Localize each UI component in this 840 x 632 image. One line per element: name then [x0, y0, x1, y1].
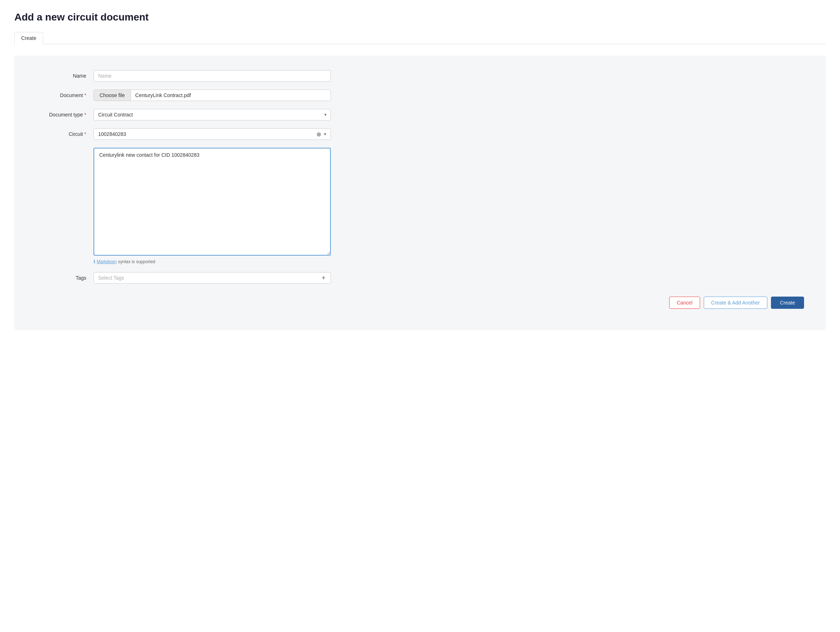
circuit-label: Circuit * — [36, 128, 93, 137]
page-title: Add a new circuit document — [14, 11, 826, 23]
create-add-another-button[interactable]: Create & Add Another — [704, 296, 767, 309]
tags-input[interactable] — [94, 273, 320, 283]
circuit-clear-icon: ⊗ — [316, 131, 321, 138]
circuit-chevron-icon: ▾ — [322, 130, 328, 138]
circuit-row: Circuit * 1002840283 ⊗ ▾ — [36, 128, 804, 140]
document-type-control: Circuit Contract Service Agreement Invoi… — [93, 109, 331, 120]
markdown-hint-text: syntax is supported — [118, 259, 155, 264]
notes-textarea[interactable]: Centurylink new contact for CID 10028402… — [93, 148, 331, 255]
document-required-marker: * — [83, 92, 86, 98]
document-type-select-wrapper: Circuit Contract Service Agreement Invoi… — [93, 109, 331, 120]
name-input[interactable] — [93, 70, 331, 82]
cancel-button[interactable]: Cancel — [669, 296, 700, 309]
notes-container: Centurylink new contact for CID 10028402… — [93, 148, 331, 264]
circuit-control: 1002840283 ⊗ ▾ — [93, 128, 331, 140]
tabs-bar: Create — [14, 32, 826, 44]
markdown-link[interactable]: Markdown — [97, 259, 117, 264]
document-label: Document * — [36, 90, 93, 98]
circuit-clear-button[interactable]: ⊗ — [315, 129, 322, 139]
file-name-display: CenturyLink Contract.pdf — [131, 90, 330, 101]
document-row: Document * Choose file CenturyLink Contr… — [36, 90, 804, 101]
form-body: Name Document * Choose file CenturyLink … — [14, 56, 826, 330]
document-control: Choose file CenturyLink Contract.pdf — [93, 90, 331, 101]
markdown-hint: ℹ Markdown syntax is supported — [93, 259, 331, 264]
document-type-select[interactable]: Circuit Contract Service Agreement Invoi… — [93, 109, 331, 120]
file-input-wrapper: Choose file CenturyLink Contract.pdf — [93, 90, 331, 101]
tags-add-button[interactable]: + — [320, 273, 327, 283]
name-label: Name — [36, 70, 93, 79]
notes-row: Centurylink new contact for CID 10028402… — [36, 148, 804, 264]
info-icon: ℹ — [93, 259, 95, 264]
tags-row: Tags + — [36, 272, 804, 284]
name-control — [93, 70, 331, 82]
document-type-row: Document type * Circuit Contract Service… — [36, 109, 804, 120]
tags-label: Tags — [36, 272, 93, 281]
tags-control: + — [93, 272, 331, 284]
form-actions: Cancel Create & Add Another Create — [36, 296, 804, 309]
choose-file-button[interactable]: Choose file — [94, 90, 131, 101]
circuit-required-marker: * — [83, 131, 86, 137]
notes-label — [36, 148, 93, 151]
tags-wrapper: + — [93, 272, 331, 284]
tab-create[interactable]: Create — [14, 32, 43, 44]
create-button[interactable]: Create — [771, 296, 804, 309]
document-type-required-marker: * — [83, 112, 86, 118]
circuit-value: 1002840283 — [94, 129, 315, 139]
name-row: Name — [36, 70, 804, 82]
document-type-label: Document type * — [36, 109, 93, 118]
circuit-wrapper: 1002840283 ⊗ ▾ — [93, 128, 331, 140]
